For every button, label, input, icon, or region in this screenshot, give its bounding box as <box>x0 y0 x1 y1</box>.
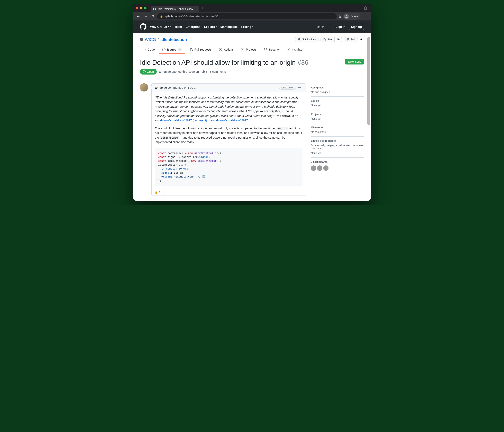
bell-icon <box>298 38 301 41</box>
chevron-down-icon: ▾ <box>252 26 253 28</box>
participant-avatar[interactable] <box>311 165 316 171</box>
tab-insights[interactable]: Insights <box>284 46 305 54</box>
browser-menu-button[interactable]: ⋮ <box>362 14 368 19</box>
comment: tomayac commented on Feb 3 Contributor •… <box>140 83 306 196</box>
comment-header: tomayac commented on Feb 3 Contributor •… <box>152 84 306 92</box>
shield-icon <box>264 48 267 51</box>
window-controls <box>136 4 151 12</box>
repo-link[interactable]: idle-detection <box>160 37 187 42</box>
owner-link[interactable]: WICG <box>145 37 156 42</box>
lock-icon: 🔒 <box>160 15 163 18</box>
toolbar: ← → ⟳ 🔒 github.com/WICG/idle-detection/i… <box>133 12 371 20</box>
issue-sidebar: Assignees No one assigned Labels None ye… <box>311 83 364 196</box>
browser-window: Idle Detection API should allow × + ← → … <box>133 4 371 201</box>
tab-actions[interactable]: Actions <box>216 46 236 54</box>
sidebar-projects: Projects None yet <box>311 110 364 123</box>
sidebar-milestone: Milestone No milestone <box>311 123 364 137</box>
issue-open-icon <box>143 70 146 73</box>
github-logo-icon[interactable] <box>140 23 146 30</box>
new-issue-button[interactable]: New issue <box>345 59 364 65</box>
new-tab-button[interactable]: + <box>199 6 207 10</box>
guest-avatar-icon <box>344 14 349 19</box>
star-button[interactable]: Star <box>321 37 335 42</box>
nav-marketplace[interactable]: Marketplace <box>220 25 238 28</box>
tab-title: Idle Detection API should allow <box>158 8 193 10</box>
mention-handle[interactable]: @dwelle <box>282 114 294 118</box>
nav-team[interactable]: Team <box>174 25 182 28</box>
tab-projects[interactable]: Projects <box>238 46 259 54</box>
slash-key-hint[interactable]: / <box>328 25 332 29</box>
inline-code-origin: origin <box>277 127 288 130</box>
url-text: github.com/WICG/idle-detection/issues/36 <box>165 15 218 18</box>
chevron-down-icon: ▾ <box>216 26 217 28</box>
sidebar-participants: 3 participants <box>311 158 364 174</box>
tab-issues[interactable]: Issues4 <box>159 46 185 54</box>
extension-shield-icon[interactable] <box>364 6 367 10</box>
nav-explore[interactable]: Explore▾ <box>204 25 217 28</box>
comment-author[interactable]: tomayac <box>155 86 167 89</box>
fork-button-group: Fork 6 <box>344 37 364 42</box>
graph-icon <box>287 48 290 51</box>
breadcrumb: WICG / idle-detection <box>140 37 187 42</box>
tab-code[interactable]: Code <box>140 46 158 54</box>
notifications-button[interactable]: Notifications <box>295 37 318 42</box>
labs-icon[interactable] <box>338 15 342 19</box>
star-count[interactable]: 40 <box>335 37 342 42</box>
close-window-button[interactable] <box>136 7 138 9</box>
chevron-down-icon: ▾ <box>170 26 171 28</box>
nav-why-github[interactable]: Why GitHub?▾ <box>150 25 171 28</box>
fork-icon <box>346 38 349 41</box>
github-favicon-icon <box>153 7 156 11</box>
issue-icon <box>162 48 165 51</box>
minimize-window-button[interactable] <box>140 7 142 9</box>
nav-enterprise[interactable]: Enterprise <box>186 25 200 28</box>
issue-meta: Open tomayac opened this issue on Feb 3 … <box>140 66 364 78</box>
tab-security[interactable]: Security <box>261 46 282 54</box>
code-icon <box>143 48 146 51</box>
participant-avatar[interactable] <box>323 165 328 171</box>
comment-body: "[The Idle Detection API] should support… <box>152 92 306 189</box>
issue-number: #36 <box>297 59 308 66</box>
page-viewport: Why GitHub?▾ Team Enterprise Explore▾ Ma… <box>133 20 371 201</box>
reload-button[interactable]: ⟳ <box>150 13 156 20</box>
sign-up-button[interactable]: Sign up <box>349 24 364 30</box>
sign-in-link[interactable]: Sign in <box>335 25 345 28</box>
repo-header: WICG / idle-detection Notifications Star <box>133 33 371 54</box>
link-issue-ref[interactable]: excalidraw/excalidraw#2877 <box>211 119 248 122</box>
svg-point-0 <box>346 15 347 16</box>
play-icon <box>219 48 222 51</box>
project-icon <box>241 48 244 51</box>
issue-author[interactable]: tomayac <box>159 70 171 73</box>
maximize-window-button[interactable] <box>144 7 146 9</box>
repo-icon <box>140 38 143 41</box>
forward-button[interactable]: → <box>142 13 149 20</box>
scrollbar-thumb[interactable] <box>367 37 370 125</box>
sidebar-labels: Labels None yet <box>311 97 364 110</box>
site-header: Why GitHub?▾ Team Enterprise Explore▾ Ma… <box>133 20 371 33</box>
star-button-group: Star 40 <box>321 37 342 42</box>
tab-pull-requests[interactable]: Pull requests <box>187 46 215 54</box>
inline-code-screenstate: screenState <box>160 136 179 140</box>
sidebar-linked-prs: Linked pull requests Successfully mergin… <box>311 137 364 158</box>
address-bar[interactable]: 🔒 github.com/WICG/idle-detection/issues/… <box>157 13 337 19</box>
comment-menu-button[interactable]: ••• <box>296 86 303 89</box>
profile-chip[interactable]: Guest <box>343 13 360 20</box>
issue-state-badge: Open <box>140 69 157 75</box>
star-icon <box>323 38 326 41</box>
link-comment-ref[interactable]: excalidraw/excalidraw#2877 (comment) <box>155 119 207 122</box>
repo-tabs: Code Issues4 Pull requests Actions Proje… <box>140 46 364 54</box>
sidebar-assignees: Assignees No one assigned <box>311 83 364 97</box>
code-block: const controller = new AbortController()… <box>155 148 303 186</box>
participant-avatar[interactable] <box>317 165 322 171</box>
browser-tab[interactable]: Idle Detection API should allow × <box>151 6 199 12</box>
nav-pricing[interactable]: Pricing▾ <box>241 25 253 28</box>
avatar[interactable] <box>140 83 148 92</box>
thumbs-up-reaction[interactable]: 👍 3 <box>152 189 163 196</box>
pull-request-icon <box>190 48 193 51</box>
back-button[interactable]: ← <box>135 13 142 20</box>
search-link[interactable]: Search <box>315 25 324 28</box>
fork-button[interactable]: Fork <box>344 37 358 42</box>
titlebar: Idle Detection API should allow × + <box>133 4 371 12</box>
close-tab-icon[interactable]: × <box>195 8 196 10</box>
fork-count[interactable]: 6 <box>358 37 364 42</box>
